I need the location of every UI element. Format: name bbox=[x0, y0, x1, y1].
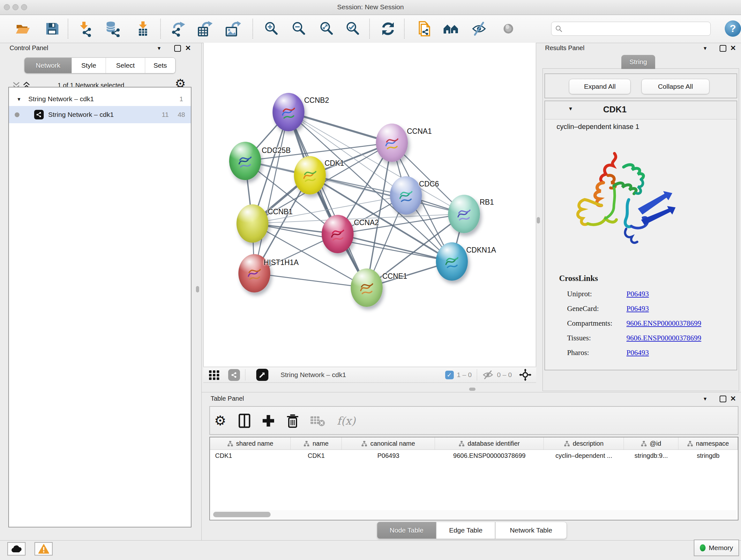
control-panel-close-icon[interactable]: ✕ bbox=[185, 44, 191, 52]
show-orb-button[interactable] bbox=[499, 19, 517, 38]
zoom-in-button[interactable] bbox=[262, 19, 280, 38]
crosslink-link[interactable]: P06493 bbox=[626, 290, 649, 298]
birds-eye-view-icon[interactable] bbox=[256, 369, 268, 381]
export-image-button[interactable] bbox=[224, 19, 242, 38]
table-horizontal-scrollbar[interactable] bbox=[211, 510, 737, 519]
network-row[interactable]: String Network – cdk1 11 48 bbox=[9, 106, 191, 123]
export-network-button[interactable] bbox=[169, 19, 187, 38]
table-row[interactable]: CDK1CDK1P064939606.ENSP00000378699cyclin… bbox=[210, 450, 738, 462]
column-header-namespace[interactable]: namespace bbox=[678, 437, 738, 449]
control-panel-menu-icon[interactable]: ▾ bbox=[158, 45, 160, 52]
tab-select[interactable]: Select bbox=[106, 58, 145, 73]
column-header--id[interactable]: @id bbox=[624, 437, 678, 449]
network-node-CCNE1[interactable] bbox=[351, 268, 383, 307]
results-section-header[interactable] bbox=[545, 101, 737, 119]
column-header-canonical-name[interactable]: canonical name bbox=[342, 437, 435, 449]
expand-all-button[interactable]: Expand All bbox=[569, 79, 630, 94]
network-edge[interactable] bbox=[288, 112, 367, 288]
memory-button[interactable]: Memory bbox=[694, 540, 739, 556]
export-table-button[interactable] bbox=[195, 19, 213, 38]
column-header-database-identifier[interactable]: database identifier bbox=[435, 437, 544, 449]
zoom-selected-button[interactable] bbox=[344, 19, 361, 38]
selected-checkbox-icon[interactable]: ✓ bbox=[445, 371, 454, 379]
left-splitter-handle[interactable] bbox=[196, 286, 199, 293]
horizontal-splitter[interactable] bbox=[202, 392, 741, 392]
network-node-CCNA2[interactable] bbox=[322, 215, 354, 253]
chevron-down-icon[interactable]: ▼ bbox=[17, 97, 21, 102]
refresh-button[interactable] bbox=[379, 19, 397, 38]
cloud-button[interactable] bbox=[7, 542, 25, 556]
network-edge[interactable] bbox=[338, 234, 452, 261]
network-type-share-icon[interactable] bbox=[228, 369, 240, 381]
network-node-CDK1[interactable] bbox=[294, 156, 326, 194]
collapse-all-button[interactable]: Collapse All bbox=[642, 79, 710, 94]
crosslink-link[interactable]: 9606.ENSP00000378699 bbox=[626, 319, 701, 327]
table-cell[interactable]: 9606.ENSP00000378699 bbox=[435, 452, 544, 459]
right-splitter-handle[interactable] bbox=[537, 217, 540, 224]
crosslink-link[interactable]: P06493 bbox=[626, 305, 649, 313]
hide-eye-button[interactable] bbox=[470, 19, 488, 38]
table-panel-menu-icon[interactable]: ▾ bbox=[704, 395, 706, 402]
network-node-CDKN1A[interactable] bbox=[436, 242, 468, 281]
tab-network-table[interactable]: Network Table bbox=[495, 522, 567, 539]
fit-content-crosshair-icon[interactable] bbox=[519, 368, 532, 381]
table-panel-close-icon[interactable]: ✕ bbox=[730, 395, 736, 403]
network-edge[interactable] bbox=[254, 273, 367, 288]
grid-view-icon[interactable] bbox=[208, 369, 220, 381]
network-node-CDC25B[interactable] bbox=[229, 142, 261, 180]
table-options-gear-icon[interactable]: ⚙ bbox=[212, 413, 228, 429]
network-view-canvas[interactable]: CCNB2CCNA1CDC25BCDK1CDC6RB1CCNB1CCNA2CDK… bbox=[203, 43, 536, 367]
network-edge[interactable] bbox=[254, 112, 288, 273]
network-node-CCNB1[interactable] bbox=[237, 204, 268, 243]
results-panel-menu-icon[interactable]: ▾ bbox=[704, 45, 706, 52]
table-panel-float-icon[interactable] bbox=[720, 395, 726, 402]
crosslink-link[interactable]: P06493 bbox=[626, 349, 649, 357]
tab-style[interactable]: Style bbox=[72, 58, 106, 73]
bottom-splitter-handle[interactable] bbox=[469, 388, 475, 391]
table-cell[interactable]: stringdb bbox=[678, 452, 738, 459]
warnings-button[interactable] bbox=[35, 542, 53, 556]
results-panel-title: Results Panel bbox=[545, 44, 584, 52]
table-cell[interactable]: CDK1 bbox=[291, 452, 342, 459]
tab-sets[interactable]: Sets bbox=[145, 58, 175, 73]
import-network-database-button[interactable] bbox=[104, 19, 121, 38]
table-cell[interactable]: cyclin–dependent ... bbox=[544, 452, 624, 459]
node-table[interactable]: shared namenamecanonical namedatabase id… bbox=[209, 437, 738, 520]
column-header-shared-name[interactable]: shared name bbox=[210, 437, 291, 449]
network-node-CCNB2[interactable] bbox=[273, 93, 305, 131]
network-node-CDC6[interactable] bbox=[390, 176, 422, 214]
zoom-fit-button[interactable] bbox=[318, 19, 335, 38]
column-header-name[interactable]: name bbox=[291, 437, 342, 449]
create-column-icon[interactable] bbox=[236, 413, 253, 429]
import-network-file-button[interactable] bbox=[76, 19, 94, 38]
home-button[interactable] bbox=[442, 19, 460, 38]
tab-edge-table[interactable]: Edge Table bbox=[436, 522, 495, 539]
add-row-plus-icon[interactable] bbox=[260, 413, 277, 429]
table-cell[interactable]: stringdb:9... bbox=[624, 452, 678, 459]
scrollbar-thumb[interactable] bbox=[213, 512, 271, 517]
column-header-description[interactable]: description bbox=[544, 437, 624, 449]
table-cell[interactable]: P06493 bbox=[342, 452, 435, 459]
network-node-CCNA1[interactable] bbox=[376, 124, 408, 162]
left-splitter[interactable] bbox=[201, 43, 202, 540]
network-collection-row[interactable]: ▼ String Network – cdk1 1 bbox=[9, 92, 191, 106]
tab-node-table[interactable]: Node Table bbox=[377, 522, 436, 539]
search-input[interactable] bbox=[565, 25, 706, 33]
control-panel-float-icon[interactable] bbox=[174, 45, 181, 52]
tab-network[interactable]: Network bbox=[24, 58, 72, 73]
table-cell[interactable]: CDK1 bbox=[210, 452, 291, 459]
zoom-out-button[interactable] bbox=[290, 19, 308, 38]
open-document-share-button[interactable] bbox=[415, 19, 433, 38]
results-panel-close-icon[interactable]: ✕ bbox=[730, 44, 736, 52]
crosslink-link[interactable]: 9606.ENSP00000378699 bbox=[626, 334, 701, 342]
search-box[interactable] bbox=[551, 22, 711, 36]
open-session-button[interactable] bbox=[14, 19, 31, 38]
delete-trash-icon[interactable] bbox=[284, 413, 301, 429]
import-table-file-button[interactable] bbox=[134, 19, 152, 38]
help-button[interactable]: ? bbox=[725, 20, 741, 37]
network-node-RB1[interactable] bbox=[448, 195, 480, 233]
section-collapse-triangle-icon[interactable]: ▼ bbox=[568, 106, 573, 112]
results-panel-float-icon[interactable] bbox=[720, 45, 726, 52]
tab-string[interactable]: String bbox=[621, 55, 655, 69]
save-session-button[interactable] bbox=[43, 19, 61, 38]
